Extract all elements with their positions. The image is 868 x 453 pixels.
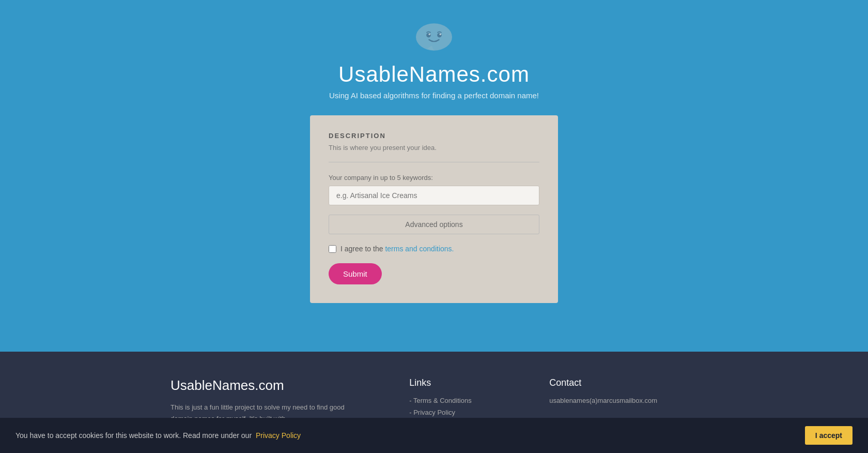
footer-contact-email: usablenames(a)marcusmailbox.com bbox=[549, 397, 698, 404]
form-section-title: DESCRIPTION bbox=[329, 132, 539, 140]
svg-point-0 bbox=[416, 23, 452, 51]
hero-section: UsableNames.com Using AI based algorithm… bbox=[0, 0, 868, 352]
cookie-message: You have to accept cookies for this webs… bbox=[16, 431, 301, 440]
site-subtitle: Using AI based algorithms for finding a … bbox=[329, 91, 539, 100]
svg-point-3 bbox=[437, 33, 442, 38]
terms-checkbox[interactable] bbox=[329, 245, 336, 253]
svg-point-4 bbox=[429, 34, 431, 36]
cookie-accept-button[interactable]: I accept bbox=[805, 426, 853, 445]
footer-link-terms[interactable]: - Terms & Conditions bbox=[409, 397, 508, 404]
chat-bubble-face-icon bbox=[413, 21, 455, 57]
cookie-banner: You have to accept cookies for this webs… bbox=[0, 418, 868, 453]
svg-point-2 bbox=[426, 33, 431, 38]
terms-link[interactable]: terms and conditions. bbox=[385, 245, 454, 253]
footer-link-privacy[interactable]: - Privacy Policy bbox=[409, 409, 508, 416]
field-label: Your company in up to 5 keywords: bbox=[329, 174, 539, 182]
footer-contact-title: Contact bbox=[549, 377, 698, 388]
cookie-privacy-link[interactable]: Privacy Policy bbox=[256, 431, 301, 440]
terms-text: I agree to the terms and conditions. bbox=[340, 245, 454, 253]
footer-brand-name: UsableNames.com bbox=[171, 377, 368, 394]
advanced-options-button[interactable]: Advanced options bbox=[329, 215, 539, 234]
form-card: DESCRIPTION This is where you present yo… bbox=[310, 115, 558, 303]
terms-row: I agree to the terms and conditions. bbox=[329, 245, 539, 253]
submit-button[interactable]: Submit bbox=[329, 263, 382, 284]
svg-point-5 bbox=[440, 34, 442, 36]
keyword-input[interactable] bbox=[329, 186, 539, 205]
site-title: UsableNames.com bbox=[338, 62, 530, 87]
form-section-desc: This is where you present your idea. bbox=[329, 144, 539, 152]
footer-links-title: Links bbox=[409, 377, 508, 388]
form-divider bbox=[329, 162, 539, 162]
logo-area: UsableNames.com Using AI based algorithm… bbox=[329, 21, 539, 100]
